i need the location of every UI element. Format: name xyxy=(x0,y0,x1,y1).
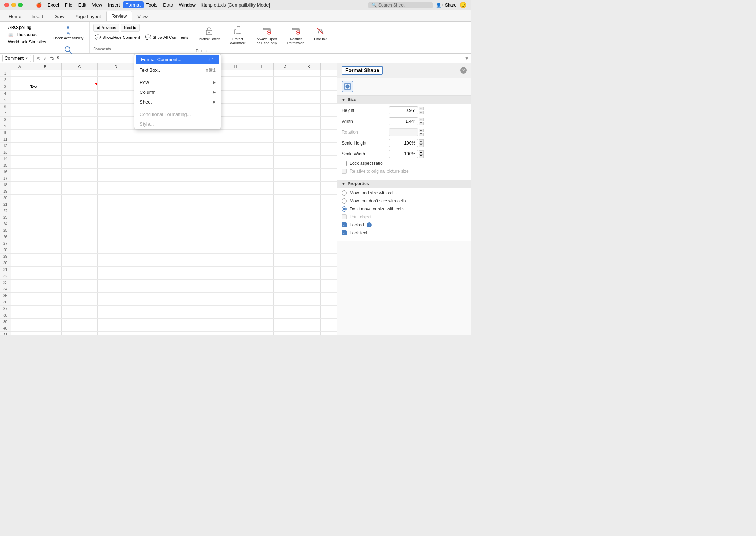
cell-j26[interactable] xyxy=(274,234,297,240)
menu-sheet[interactable]: Sheet ▶ xyxy=(134,97,221,107)
cell-f14[interactable] xyxy=(163,156,192,162)
cell-b29[interactable] xyxy=(29,254,62,260)
cell-j1[interactable] xyxy=(274,70,297,76)
cell-h3[interactable] xyxy=(221,83,250,90)
cell-j23[interactable] xyxy=(274,214,297,221)
cell-e11[interactable] xyxy=(134,136,163,142)
cell-g10[interactable] xyxy=(192,130,221,136)
formula-fx[interactable]: fx xyxy=(50,55,54,61)
cell-a1[interactable] xyxy=(11,70,29,76)
cell-c31[interactable] xyxy=(62,267,98,273)
cell-j28[interactable] xyxy=(274,247,297,253)
cell-c41[interactable] xyxy=(62,332,98,335)
cell-h2[interactable] xyxy=(221,77,250,83)
cell-j20[interactable] xyxy=(274,195,297,201)
cell-f36[interactable] xyxy=(163,299,192,305)
name-box[interactable]: Comment ▼ xyxy=(2,55,31,62)
cell-h8[interactable] xyxy=(221,117,250,123)
cell-i15[interactable] xyxy=(250,162,274,168)
cell-b22[interactable] xyxy=(29,208,62,214)
cell-k33[interactable] xyxy=(297,280,321,286)
cell-a37[interactable] xyxy=(11,306,29,312)
cell-c12[interactable] xyxy=(62,143,98,149)
cell-a35[interactable] xyxy=(11,293,29,299)
cell-d26[interactable] xyxy=(98,234,134,240)
cell-d11[interactable] xyxy=(98,136,134,142)
cell-d6[interactable] xyxy=(98,104,134,110)
cell-a33[interactable] xyxy=(11,280,29,286)
cell-k40[interactable] xyxy=(297,325,321,331)
cell-e14[interactable] xyxy=(134,156,163,162)
move-size-cells-radio[interactable] xyxy=(342,190,347,196)
cell-c21[interactable] xyxy=(62,201,98,208)
protect-sheet-button[interactable]: Protect Sheet xyxy=(196,24,223,43)
cell-f33[interactable] xyxy=(163,280,192,286)
cell-j32[interactable] xyxy=(274,273,297,279)
cell-h5[interactable] xyxy=(221,97,250,103)
cell-d23[interactable] xyxy=(98,214,134,221)
cell-k36[interactable] xyxy=(297,299,321,305)
cell-k32[interactable] xyxy=(297,273,321,279)
cell-i20[interactable] xyxy=(250,195,274,201)
cell-k6[interactable] xyxy=(297,104,321,110)
format-shape-layout-icon[interactable] xyxy=(342,81,353,92)
cell-g40[interactable] xyxy=(192,325,221,331)
cell-a13[interactable] xyxy=(11,149,29,155)
cell-f22[interactable] xyxy=(163,208,192,214)
cell-k37[interactable] xyxy=(297,306,321,312)
cell-h14[interactable] xyxy=(221,156,250,162)
cell-h20[interactable] xyxy=(221,195,250,201)
cell-c33[interactable] xyxy=(62,280,98,286)
cell-i6[interactable] xyxy=(250,104,274,110)
menu-format[interactable]: Format xyxy=(123,1,144,8)
cell-k1[interactable] xyxy=(297,70,321,76)
properties-section-header[interactable]: ▼ Properties xyxy=(337,180,471,188)
cell-g32[interactable] xyxy=(192,273,221,279)
name-box-arrow[interactable]: ▼ xyxy=(25,56,28,60)
cell-f27[interactable] xyxy=(163,240,192,247)
cell-k21[interactable] xyxy=(297,201,321,208)
cell-c39[interactable] xyxy=(62,319,98,325)
cell-d39[interactable] xyxy=(98,319,134,325)
workbook-stats-button[interactable]: Workbook Statistics xyxy=(7,39,47,45)
cell-c2[interactable] xyxy=(62,77,98,83)
cell-a28[interactable] xyxy=(11,247,29,253)
cell-j2[interactable] xyxy=(274,77,297,83)
cell-j30[interactable] xyxy=(274,260,297,266)
menu-window[interactable]: Window xyxy=(176,1,199,8)
cell-e25[interactable] xyxy=(134,227,163,234)
cell-c36[interactable] xyxy=(62,299,98,305)
cell-j33[interactable] xyxy=(274,280,297,286)
cell-h31[interactable] xyxy=(221,267,250,273)
cell-k26[interactable] xyxy=(297,234,321,240)
width-up[interactable]: ▲ xyxy=(419,118,424,121)
cell-i37[interactable] xyxy=(250,306,274,312)
cell-i18[interactable] xyxy=(250,182,274,188)
cell-b9[interactable] xyxy=(29,123,62,129)
cell-d18[interactable] xyxy=(98,182,134,188)
cell-h38[interactable] xyxy=(221,312,250,318)
cell-d37[interactable] xyxy=(98,306,134,312)
cell-k11[interactable] xyxy=(297,136,321,142)
cell-h16[interactable] xyxy=(221,169,250,175)
cell-k19[interactable] xyxy=(297,188,321,194)
cell-b37[interactable] xyxy=(29,306,62,312)
tab-draw[interactable]: Draw xyxy=(48,12,69,21)
cell-j5[interactable] xyxy=(274,97,297,103)
cell-g16[interactable] xyxy=(192,169,221,175)
cell-c5[interactable] xyxy=(62,97,98,103)
cell-i38[interactable] xyxy=(250,312,274,318)
cell-g29[interactable] xyxy=(192,254,221,260)
cell-i35[interactable] xyxy=(250,293,274,299)
menu-tools[interactable]: Tools xyxy=(144,1,160,8)
cell-j13[interactable] xyxy=(274,149,297,155)
cell-c8[interactable] xyxy=(62,117,98,123)
cell-e22[interactable] xyxy=(134,208,163,214)
thesaurus-button[interactable]: 📖 Thesaurus xyxy=(7,32,47,38)
cell-b35[interactable] xyxy=(29,293,62,299)
cell-d2[interactable] xyxy=(98,77,134,83)
cell-f40[interactable] xyxy=(163,325,192,331)
cell-d3[interactable] xyxy=(98,83,134,90)
menu-edit[interactable]: Edit xyxy=(75,1,89,8)
cell-f28[interactable] xyxy=(163,247,192,253)
